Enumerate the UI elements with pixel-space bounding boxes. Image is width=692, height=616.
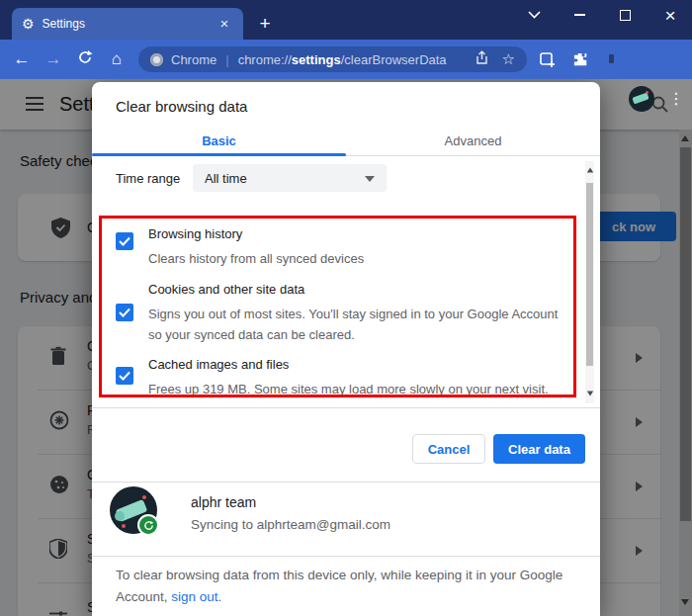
sign-out-link[interactable]: sign out — [171, 589, 217, 604]
home-icon[interactable]: ⌂ — [101, 49, 132, 69]
gear-favicon-icon: ⚙ — [22, 16, 35, 32]
time-range-select[interactable]: All time — [193, 164, 387, 192]
tab-search-chevron-icon[interactable] — [514, 0, 554, 30]
profile-name: alphr team — [191, 494, 256, 510]
divider — [92, 482, 600, 483]
browser-window: ⚙ Settings × + × ← → ⌂ Chrome | chrome:/… — [0, 0, 692, 616]
checkbox-browsing-history[interactable] — [116, 232, 133, 250]
browser-tab-settings[interactable]: ⚙ Settings × — [12, 8, 243, 40]
checkbox-cookies[interactable] — [116, 304, 133, 321]
footer-note: To clear browsing data from this device … — [116, 565, 572, 608]
profile-avatar — [110, 486, 157, 534]
active-tab-underline — [92, 153, 346, 156]
window-close-button[interactable]: × — [650, 0, 690, 30]
profile-sync-status: Syncing to alphrteam@gmail.com — [191, 517, 390, 532]
checkbox-cached-images[interactable] — [116, 367, 133, 385]
address-bar[interactable]: Chrome | chrome://settings/clearBrowserD… — [138, 46, 527, 72]
sync-badge-icon — [137, 514, 159, 536]
dialog-scrollbar[interactable] — [585, 161, 594, 403]
extensions-puzzle-icon[interactable] — [572, 51, 589, 72]
url-chip-label: Chrome — [171, 52, 216, 67]
clear-browsing-data-dialog: Clear browsing data Basic Advanced Time … — [92, 82, 600, 616]
browser-menu-icon[interactable]: ⋮ — [668, 87, 684, 111]
dropdown-caret-icon — [365, 176, 375, 182]
back-icon[interactable]: ← — [6, 49, 38, 69]
reload-icon[interactable] — [69, 49, 101, 70]
clear-data-button[interactable]: Clear data — [493, 434, 585, 464]
tab-advanced[interactable]: Advanced — [346, 127, 600, 155]
title-bar: ⚙ Settings × + × — [0, 0, 692, 40]
browser-toolbar: ← → ⌂ Chrome | chrome://settings/clearBr… — [0, 40, 692, 79]
bookmark-star-icon[interactable]: ☆ — [502, 50, 515, 68]
tab-basic[interactable]: Basic — [92, 127, 346, 155]
share-icon[interactable] — [475, 50, 489, 69]
dialog-title: Clear browsing data — [116, 98, 247, 115]
time-range-label: Time range — [116, 171, 180, 186]
url-text[interactable]: chrome://settings/clearBrowserData — [238, 52, 447, 67]
chrome-logo-icon — [150, 53, 163, 66]
tab-close-icon[interactable]: × — [216, 15, 233, 33]
minimize-button[interactable] — [560, 0, 599, 30]
divider — [92, 556, 600, 557]
tab-title: Settings — [43, 17, 216, 31]
screenshot-extension-icon[interactable] — [539, 51, 556, 72]
url-separator: | — [225, 52, 228, 67]
dialog-scrollbar-thumb[interactable] — [586, 183, 593, 366]
divider — [92, 407, 600, 408]
new-tab-button[interactable]: + — [253, 12, 277, 36]
forward-icon[interactable]: → — [38, 49, 69, 69]
profile-avatar-toolbar[interactable] — [629, 86, 654, 112]
cancel-button[interactable]: Cancel — [412, 434, 485, 464]
maximize-button[interactable] — [605, 0, 645, 30]
